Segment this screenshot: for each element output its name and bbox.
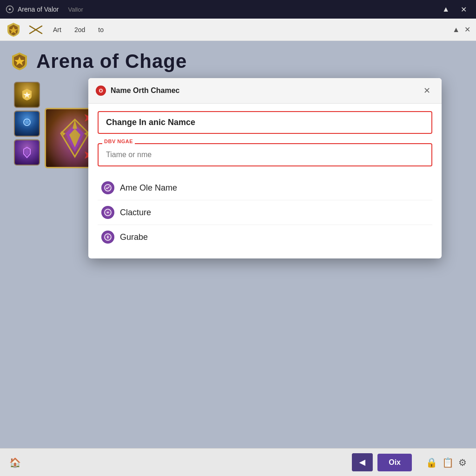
page-title: Arena of Chage xyxy=(36,50,187,73)
ok-button[interactable]: Oix xyxy=(377,454,412,471)
modal-close-button[interactable]: ✕ xyxy=(420,84,434,98)
main-content: Arena of Chage xyxy=(0,41,476,448)
taskbar-left: 🏠 xyxy=(9,457,21,468)
secondary-btn-container: ◀ xyxy=(352,453,373,471)
taskbar-settings-icon[interactable]: ⚙ xyxy=(458,457,467,468)
modal-header-icon: O xyxy=(96,86,106,96)
champion-icon-gold[interactable] xyxy=(14,82,40,108)
modal-body: Change In anic Namce DBV NGAE Ame Ole Na… xyxy=(88,104,442,258)
close-menu-icon[interactable]: ✕ xyxy=(464,25,470,34)
menu-item-art[interactable]: Art xyxy=(50,24,64,35)
page-title-badge-icon xyxy=(9,51,30,72)
modal-title: Name Orth Chamec xyxy=(111,86,415,95)
app-logo-icon xyxy=(6,22,21,38)
modal-header: O Name Orth Chamec ✕ xyxy=(88,78,442,104)
champion-icons-column xyxy=(14,82,40,165)
taskbar-lock-icon[interactable]: 🔒 xyxy=(426,457,437,468)
menu-logo-icon xyxy=(29,25,43,34)
suggestion-list: Ame Ole Name Clacture xyxy=(98,176,432,249)
suggestion-icon-0 xyxy=(101,181,114,194)
suggestion-text-2: Gurabe xyxy=(120,232,148,242)
taskbar-home-icon[interactable]: 🏠 xyxy=(9,457,21,468)
suggestion-text-1: Clacture xyxy=(120,208,151,218)
suggestion-item-0[interactable]: Ame Ole Name xyxy=(98,176,432,200)
close-button[interactable]: ✕ xyxy=(457,3,470,16)
suggestion-item-1[interactable]: Clacture xyxy=(98,200,432,225)
menu-item-2od[interactable]: 2od xyxy=(72,24,88,35)
champion-icon-blue[interactable] xyxy=(14,111,40,137)
app-title: Arena of Valor xyxy=(18,6,59,13)
suggestion-icon-2 xyxy=(101,231,114,244)
suggestion-item-2[interactable]: Gurabe xyxy=(98,225,432,249)
change-name-button[interactable]: Change In anic Namce xyxy=(98,111,432,134)
page-title-area: Arena of Chage xyxy=(9,50,467,73)
title-bar-controls: ▲ ✕ xyxy=(438,3,470,16)
champion-icon-purple[interactable] xyxy=(14,139,40,165)
back-button[interactable]: ◀ xyxy=(352,453,373,471)
suggestion-icon-1 xyxy=(101,206,114,219)
menu-bar-right: ▲ ✕ xyxy=(452,25,470,34)
svg-point-1 xyxy=(9,8,11,11)
input-label: DBV NGAE xyxy=(102,139,135,144)
title-bar-icon xyxy=(6,5,14,13)
name-input-section: DBV NGAE xyxy=(98,143,432,166)
title-bar: Arena of Valor Vallor ▲ ✕ xyxy=(0,0,476,19)
taskbar-right: ◀ Oix 🔒 📋 ⚙ xyxy=(352,453,467,471)
modal-dialog: O Name Orth Chamec ✕ Change In anic Namc… xyxy=(88,78,442,258)
change-name-wrapper: Change In anic Namce xyxy=(98,111,432,134)
suggestion-text-0: Ame Ole Name xyxy=(120,183,177,193)
name-input[interactable] xyxy=(98,143,432,166)
tab-label[interactable]: Vallor xyxy=(68,6,83,13)
taskbar: 🏠 ◀ Oix 🔒 📋 ⚙ xyxy=(0,448,476,476)
menu-bar: Art 2od to ▲ ✕ xyxy=(0,19,476,41)
minimize-button[interactable]: ▲ xyxy=(438,3,453,15)
minimize-icon[interactable]: ▲ xyxy=(452,26,460,34)
taskbar-copy-icon[interactable]: 📋 xyxy=(442,457,454,468)
menu-item-to[interactable]: to xyxy=(95,24,106,35)
